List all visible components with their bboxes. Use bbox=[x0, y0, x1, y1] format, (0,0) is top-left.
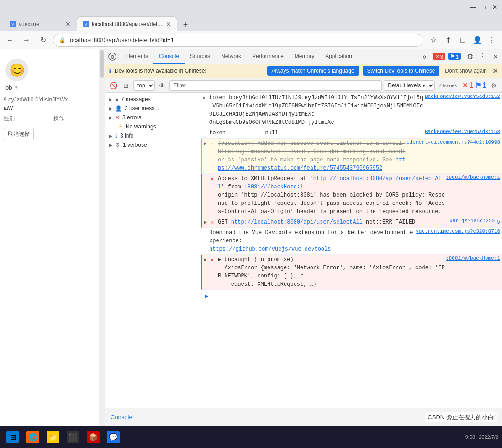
sidebar-item-info[interactable]: ▶ ℹ 3 info bbox=[105, 131, 201, 140]
console-body: ▶ ≡ 7 messages ▶ 👤 3 user mess... ▶ ✕ 3 … bbox=[105, 93, 502, 408]
log-source[interactable]: xhr.js?1a5c:220 bbox=[449, 218, 495, 224]
reload-button[interactable]: ↻ bbox=[37, 34, 49, 47]
user-info: 😊 bb ▼ bbox=[0, 49, 105, 96]
log-levels-selector[interactable]: Default levels ▾ bbox=[384, 80, 435, 91]
warning-icon: ⚠ bbox=[211, 139, 218, 147]
dont-show-again-link[interactable]: Don't show again bbox=[445, 68, 487, 74]
cors-origin-link[interactable]: :8081/#/backHome:1 bbox=[244, 184, 304, 190]
replay-icon[interactable]: ↻ bbox=[497, 218, 500, 225]
console-prompt: ▶ bbox=[201, 290, 502, 302]
expand-button[interactable]: ▶ bbox=[204, 256, 211, 262]
taskbar-item-2[interactable]: 📁 bbox=[44, 428, 62, 446]
watermark: CSDN @正在搜力的小白 bbox=[425, 412, 497, 422]
log-source[interactable]: element-ui.common.js?44c2:10998 bbox=[407, 139, 500, 145]
extensions-button[interactable]: □ bbox=[456, 34, 469, 47]
vue-devtools-link[interactable]: https://github.com/vuejs/vue-devtools bbox=[209, 246, 331, 252]
taskbar-item-3[interactable]: ⬛ bbox=[64, 428, 82, 446]
warning-icon: ⚑ bbox=[450, 53, 455, 59]
sidebar-item-verbose[interactable]: ▶ ⚙ 1 verbose bbox=[105, 140, 201, 149]
sidebar-item-warnings[interactable]: ⚠ No warnings bbox=[105, 122, 201, 131]
window-controls: — □ ✕ bbox=[469, 4, 498, 11]
taskbar-item-5[interactable]: 💬 bbox=[104, 428, 122, 446]
violation-link[interactable]: https://www.chromestatus.com/feature/574… bbox=[218, 157, 405, 171]
bottom-console-tab[interactable]: Console bbox=[111, 414, 132, 421]
more-tabs-button[interactable]: » bbox=[419, 53, 430, 61]
tab-sources[interactable]: Sources bbox=[185, 49, 216, 64]
clear-console-button[interactable]: 🚫 bbox=[108, 80, 119, 91]
expand-button[interactable] bbox=[203, 229, 209, 230]
always-match-button[interactable]: Always match Chrome's language bbox=[267, 66, 359, 76]
expand-button[interactable] bbox=[204, 175, 211, 176]
tab-console[interactable]: Console bbox=[153, 49, 185, 64]
forward-button[interactable]: → bbox=[20, 34, 33, 47]
log-source[interactable]: BackHomeView.vue?5ad3:152 bbox=[425, 94, 500, 99]
sidebar-item-messages[interactable]: ▶ ≡ 7 messages bbox=[105, 95, 201, 104]
tab-elements[interactable]: Elements bbox=[120, 49, 153, 64]
sidebar-item-errors[interactable]: ▶ ✕ 3 errors bbox=[105, 113, 201, 122]
devtools-settings-button[interactable]: ⚙ bbox=[464, 50, 476, 63]
taskbar-item-4[interactable]: 📦 bbox=[84, 428, 102, 446]
tab-application[interactable]: Application bbox=[320, 49, 358, 64]
folder-icon: 📁 bbox=[47, 431, 59, 443]
profile-button[interactable]: 👤 bbox=[471, 34, 484, 47]
tab-close-2[interactable]: ✕ bbox=[166, 21, 171, 28]
url-bar[interactable]: 🔒 localhost:8080/api/user/deleteById?id=… bbox=[53, 34, 423, 47]
add-tab-button[interactable]: + bbox=[179, 18, 192, 31]
expand-button[interactable]: ▶ bbox=[204, 139, 211, 146]
tab-network[interactable]: Network bbox=[216, 49, 247, 64]
expand-button[interactable]: ▶ bbox=[203, 94, 209, 101]
prompt-arrow: ▶ bbox=[205, 292, 208, 300]
devtools-close-button[interactable]: ✕ bbox=[489, 50, 502, 63]
log-entry-axios-error: ▶ ✕ ▶ Uncaught (in promise) AxiosError {… bbox=[201, 255, 502, 290]
share-button[interactable]: ⬆ bbox=[442, 34, 454, 47]
notification-close-button[interactable]: ✕ bbox=[492, 67, 498, 75]
maximize-button[interactable]: □ bbox=[480, 4, 487, 11]
log-text: Download the Vue Devtools extension for … bbox=[209, 229, 416, 253]
log-text: token----------- null bbox=[209, 129, 425, 137]
svg-text:⚙: ⚙ bbox=[111, 54, 115, 59]
get-url-link[interactable]: http://localhost:8080/api/user/selectAll bbox=[231, 219, 363, 225]
log-source[interactable]: :8081/#/backHome:1 bbox=[446, 256, 500, 261]
main-content: 😊 bb ▼ 9.eyJzdWIi0iJiYiIsInJlYWxXxOYW1l … bbox=[0, 49, 502, 426]
action-column: 操作 bbox=[53, 115, 101, 123]
scroll-bar[interactable] bbox=[99, 49, 105, 426]
devtools-panel: ⚙ Elements Console Sources Network Perfo… bbox=[105, 49, 502, 426]
log-source[interactable]: :8081/#/backHome:1 bbox=[446, 175, 500, 180]
clock: 9:58 bbox=[465, 434, 475, 440]
tab-memory[interactable]: Memory bbox=[289, 49, 320, 64]
taskbar-start[interactable]: ⊞ bbox=[4, 428, 22, 446]
context-selector[interactable]: top bbox=[133, 80, 155, 91]
console-settings-button[interactable]: ⚙ bbox=[488, 80, 499, 91]
user-token: 9.eyJzdWIi0iJiYiIsInJlYWxXxOYW1l bbox=[0, 96, 105, 103]
taskbar-item-1[interactable]: 🌐 bbox=[24, 428, 42, 446]
expand-arrow: ▶ bbox=[109, 133, 112, 139]
menu-button[interactable]: ⋮ bbox=[486, 34, 498, 47]
gender-column: 性别 bbox=[4, 115, 52, 123]
back-button[interactable]: ← bbox=[4, 34, 16, 47]
tab-close-1[interactable]: ✕ bbox=[65, 21, 71, 28]
bookmark-star-button[interactable]: ☆ bbox=[427, 34, 440, 47]
windows-icon: ⊞ bbox=[6, 431, 19, 443]
log-source[interactable]: vue.runtime.esm.js?c320:8716 bbox=[416, 229, 500, 234]
title-bar: — □ ✕ bbox=[0, 0, 502, 15]
log-source[interactable]: BackHomeView.vue?5ad3:153 bbox=[425, 129, 500, 134]
filter-toggle-button[interactable]: ⊡ bbox=[121, 80, 132, 91]
console-toolbar: 🚫 ⊡ top 👁 Default levels ▾ 2 Issues: ✕ 1… bbox=[105, 78, 502, 93]
sidebar-item-user-messages[interactable]: ▶ 👤 3 user mess... bbox=[105, 104, 201, 113]
filter-input[interactable] bbox=[169, 80, 382, 91]
minimize-button[interactable]: — bbox=[469, 4, 476, 11]
log-entry-cors: ✕ Access to XMLHttpRequest at 'http://lo… bbox=[201, 174, 502, 217]
switch-to-chinese-button[interactable]: Switch DevTools to Chinese bbox=[363, 66, 440, 76]
eye-button[interactable]: 👁 bbox=[157, 80, 168, 91]
close-button[interactable]: ✕ bbox=[491, 4, 498, 11]
browser-tab-1[interactable]: V vuexxue ✕ bbox=[4, 16, 77, 31]
tab-performance[interactable]: Performance bbox=[247, 49, 289, 64]
expand-button[interactable] bbox=[203, 129, 209, 130]
cancel-button[interactable]: 取消选择 bbox=[4, 128, 34, 140]
expand-button[interactable]: ▶ bbox=[204, 218, 211, 225]
tab-favicon-1: V bbox=[10, 21, 16, 27]
username: bb ▼ bbox=[5, 84, 18, 91]
browser-tab-2[interactable]: V localhost:8080/api/user/delet… ✕ bbox=[77, 16, 177, 31]
red-x-icon: ✕ bbox=[462, 81, 468, 90]
devtools-menu-button[interactable]: ⋮ bbox=[476, 50, 489, 63]
